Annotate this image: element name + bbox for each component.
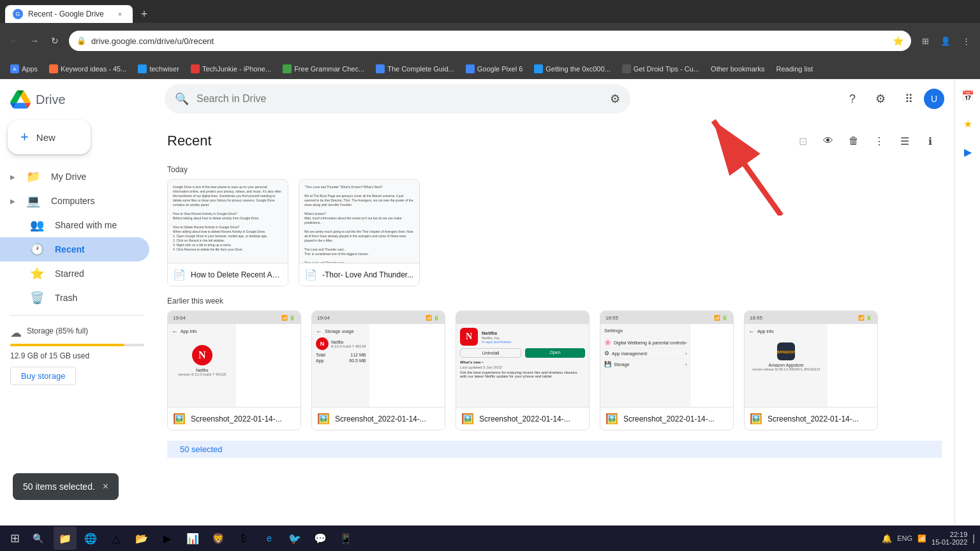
url-text: drive.google.com/drive/u/0/recent — [91, 36, 887, 46]
search-filter-icon[interactable]: ⚙ — [610, 92, 620, 106]
taskbar-app-discord[interactable]: 💬 — [309, 527, 332, 550]
bookmark-pixel[interactable]: Google Pixel 6 — [461, 63, 528, 75]
sidebar-item-my-drive[interactable]: ▶ 📁 My Drive — [0, 165, 149, 189]
today-section-label: Today — [167, 165, 942, 174]
forward-button[interactable]: → — [26, 32, 43, 50]
extensions-button[interactable]: ⊞ — [916, 32, 934, 50]
screenshot-card-4[interactable]: 18:55 📶 🔋 Settings 🌸 Digital Wellbeing &… — [600, 311, 734, 430]
bookmark-keyword[interactable]: Keyword ideas - 45... — [44, 63, 131, 75]
more-options-button[interactable]: ⋮ — [957, 32, 975, 50]
taskbar-app-youtube[interactable]: ▶ — [156, 527, 179, 550]
bookmark-techwiser[interactable]: techwiser — [133, 63, 184, 75]
taskbar-app-bit[interactable]: ₿ — [232, 527, 255, 550]
drive-logo[interactable]: Drive — [0, 84, 154, 115]
file-card-doc1[interactable]: Google Drive is one of the best places t… — [167, 179, 288, 286]
taskbar-show-desktop[interactable]: | — [972, 533, 975, 543]
sidebar-item-starred[interactable]: ⭐ Starred — [0, 261, 149, 286]
browser-nav-icons: ⊞ 👤 ⋮ — [916, 32, 975, 50]
bookmark-grammar[interactable]: Free Grammar Chec... — [278, 63, 369, 75]
screenshot-card-3[interactable]: N Netflix Netflix, Inc. In-app purchases… — [456, 311, 590, 430]
taskbar-clock: 22:19 15-01-2022 — [932, 531, 967, 546]
doc1-name: How to Delete Recent Act... — [191, 270, 283, 279]
search-input[interactable] — [197, 93, 602, 105]
delete-button[interactable]: 🗑 — [842, 129, 865, 152]
screenshot2-thumbnail: 19:04 📶 🔋 ← Storage usage N Ne — [312, 311, 445, 407]
settings-button[interactable]: ⚙ — [868, 86, 893, 112]
bookmark-droid[interactable]: Get Droid Tips - Cu... — [617, 63, 704, 75]
doc1-info: 📄 How to Delete Recent Act... — [168, 263, 288, 286]
new-tab-button[interactable]: + — [135, 5, 153, 23]
shared-icon: 👥 — [29, 218, 45, 232]
page-title: Recent — [167, 133, 791, 149]
info-button[interactable]: ℹ — [919, 129, 942, 152]
start-button[interactable]: ⊞ — [5, 529, 25, 548]
bookmark-complete-guide[interactable]: The Complete Guid... — [371, 63, 459, 75]
account-button[interactable]: 👤 — [937, 32, 954, 50]
recent-icon: 🕐 — [29, 242, 45, 256]
tab-title: Recent - Google Drive — [28, 10, 110, 18]
taskbar-network[interactable]: 📶 — [917, 534, 926, 543]
new-button[interactable]: + New — [8, 120, 91, 154]
preview-button[interactable]: 👁 — [817, 129, 840, 152]
select-all-button[interactable]: ⊡ — [791, 129, 814, 152]
taskbar-apps: 📁 🌐 △ 📂 ▶ 📊 🦁 ₿ e 🐦 💬 📱 — [54, 527, 879, 550]
active-tab[interactable]: G Recent - Google Drive × — [5, 5, 133, 23]
taskbar-notifications[interactable]: 🔔 — [882, 534, 892, 543]
starred-icon: ⭐ — [29, 267, 45, 281]
content-header: Recent ⊡ 👁 🗑 ⋮ ☰ ℹ — [167, 119, 942, 158]
sidebar-item-trash[interactable]: 🗑️ Trash — [0, 286, 149, 310]
screenshot2-info: 🖼️ Screenshot_2022-01-14-... — [312, 407, 445, 430]
taskbar-app-files[interactable]: 📁 — [54, 527, 77, 550]
taskbar-app-folder[interactable]: 📂 — [130, 527, 153, 550]
screenshot-card-2[interactable]: 19:04 📶 🔋 ← Storage usage N Ne — [311, 311, 445, 430]
screenshot4-info: 🖼️ Screenshot_2022-01-14-... — [600, 407, 733, 430]
taskbar-app-brave[interactable]: 🦁 — [207, 527, 230, 550]
earlier-section-label: Earlier this week — [167, 297, 942, 305]
taskbar-app-sheets[interactable]: 📊 — [181, 527, 204, 550]
screenshot3-type-icon: 🖼️ — [461, 413, 474, 425]
apps-button[interactable]: ⠿ — [896, 86, 921, 112]
screenshot-card-5[interactable]: 18:55 📶 🔋 ← App info amazon Amazon Appst… — [744, 311, 878, 430]
selection-toast-close[interactable]: × — [103, 481, 108, 492]
right-sidebar-calendar[interactable]: 📅 — [956, 84, 979, 107]
doc1-thumbnail: Google Drive is one of the best places t… — [168, 180, 288, 263]
sidebar-label-starred: Starred — [55, 268, 84, 279]
tab-close-button[interactable]: × — [115, 9, 125, 19]
bookmark-techjunkie[interactable]: TechJunkie - iPhone... — [186, 63, 276, 75]
sidebar-divider — [10, 315, 144, 316]
search-taskbar-button[interactable]: 🔍 — [27, 531, 48, 546]
computers-expand-icon: ▶ — [10, 198, 15, 205]
taskbar-app-whatsapp[interactable]: 📱 — [334, 527, 357, 550]
new-button-label: New — [36, 132, 56, 143]
screenshot5-thumbnail: 18:55 📶 🔋 ← App info amazon Amazon Appst… — [745, 311, 877, 407]
right-sidebar-tasks[interactable]: ★ — [956, 112, 979, 135]
taskbar-app-edge[interactable]: e — [258, 527, 281, 550]
taskbar-date: 15-01-2022 — [932, 538, 967, 546]
screenshot-card-1[interactable]: 19:04 📶 🔋 ← App info N Netflix ve — [167, 311, 301, 430]
address-bar[interactable]: 🔒 drive.google.com/drive/u/0/recent ⭐ — [69, 31, 911, 51]
file-card-doc2[interactable]: "Thor Love and Thunder" What's Known? Wh… — [299, 179, 420, 286]
help-button[interactable]: ? — [840, 86, 865, 112]
list-view-button[interactable]: ☰ — [893, 129, 916, 152]
screenshot1-thumbnail: 19:04 📶 🔋 ← App info N Netflix ve — [168, 311, 301, 407]
taskbar-app-chrome[interactable]: 🌐 — [79, 527, 102, 550]
sidebar-item-shared[interactable]: 👥 Shared with me — [0, 213, 149, 237]
reload-button[interactable]: ↻ — [46, 32, 64, 50]
bookmark-apps[interactable]: A Apps — [5, 63, 43, 75]
user-avatar[interactable]: U — [924, 89, 944, 109]
buy-storage-button[interactable]: Buy storage — [10, 367, 76, 385]
taskbar-app-twitter[interactable]: 🐦 — [283, 527, 306, 550]
bookmark-reading[interactable]: Reading list — [771, 64, 817, 74]
taskbar-app-drive[interactable]: △ — [105, 527, 128, 550]
more-options-button[interactable]: ⋮ — [868, 129, 891, 152]
screenshot3-info: 🖼️ Screenshot_2022-01-14-... — [456, 407, 589, 430]
trash-icon: 🗑️ — [29, 291, 45, 305]
back-button[interactable]: ← — [5, 32, 23, 50]
sidebar-item-recent[interactable]: 🕐 Recent — [0, 237, 149, 261]
bookmark-other[interactable]: Other bookmarks — [706, 64, 769, 74]
screenshot1-type-icon: 🖼️ — [173, 413, 186, 425]
sidebar-item-computers[interactable]: ▶ 💻 Computers — [0, 189, 149, 213]
right-sidebar-meet[interactable]: ▶ — [956, 140, 979, 163]
bookmark-0xc000[interactable]: Getting the 0xc000... — [529, 63, 616, 75]
selected-count-bar: 50 selected — [167, 441, 942, 458]
